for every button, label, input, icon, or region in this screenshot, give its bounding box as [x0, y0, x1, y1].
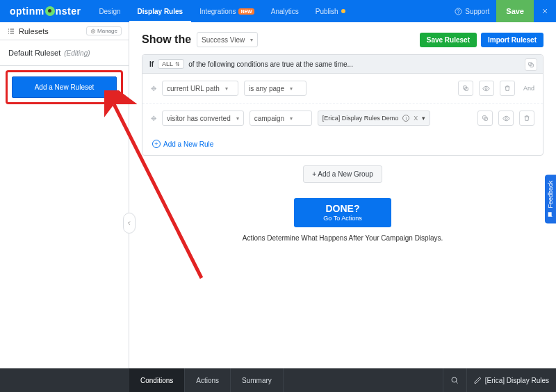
- nav-design[interactable]: Design: [90, 0, 129, 22]
- top-navbar: optinmnster Design Display Rules Integra…: [0, 0, 556, 22]
- plus-circle-icon: +: [152, 140, 161, 148]
- svg-point-1: [458, 13, 459, 13]
- close-icon: [541, 7, 549, 15]
- preview-rule-button[interactable]: [498, 111, 514, 126]
- rule-row: ✥ visitor has converted▾ campaign▾ [Eric…: [142, 103, 543, 133]
- trash-icon: [504, 85, 511, 92]
- done-button[interactable]: DONE? Go To Actions: [294, 198, 391, 227]
- swap-icon: ⇅: [175, 61, 180, 67]
- help-icon: [455, 8, 462, 15]
- conditions-header: If ALL⇅ of the following conditions are …: [142, 55, 543, 74]
- rule-field-dropdown[interactable]: visitor has converted▾: [162, 111, 244, 126]
- manage-rulesets-button[interactable]: Manage: [86, 26, 122, 35]
- svg-point-2: [92, 31, 94, 32]
- chat-icon: [547, 211, 554, 218]
- chevron-down-icon: ▾: [290, 85, 293, 92]
- copy-icon: [482, 115, 489, 122]
- sidebar-title: Rulesets: [7, 27, 49, 35]
- footer-bar: Conditions Actions Summary [Erica] Displ…: [0, 368, 556, 392]
- copy-rule-button[interactable]: [477, 111, 493, 126]
- sidebar-collapse-handle[interactable]: [123, 213, 136, 234]
- delete-rule-button[interactable]: [519, 111, 534, 126]
- add-rule-label: Add a New Rule: [163, 140, 213, 148]
- chevron-down-icon: ▾: [225, 85, 228, 92]
- nav-integrations-label: Integrations: [199, 8, 236, 15]
- main-nav: Design Display Rules Integrations NEW An…: [90, 0, 353, 22]
- chevron-down-icon: ▾: [290, 115, 293, 122]
- campaign-token[interactable]: [Erica] Display Rules Demo i X ▾: [318, 111, 431, 126]
- preview-rule-button[interactable]: [479, 81, 494, 96]
- feedback-label: Feedback: [547, 181, 554, 209]
- done-button-subtitle: Go To Actions: [323, 215, 361, 222]
- copy-rule-button[interactable]: [458, 81, 473, 96]
- feedback-tab[interactable]: Feedback: [545, 175, 556, 224]
- footer-search-button[interactable]: [443, 368, 466, 392]
- search-icon: [450, 376, 459, 384]
- svg-point-10: [505, 117, 507, 120]
- rule-operator-dropdown[interactable]: is any page▾: [244, 81, 306, 96]
- close-button[interactable]: [534, 0, 556, 22]
- remove-token-button[interactable]: X: [414, 115, 418, 122]
- copy-icon: [462, 85, 469, 92]
- nav-integrations[interactable]: Integrations NEW: [191, 0, 263, 22]
- eye-icon: [502, 115, 510, 122]
- footer-tab-summary[interactable]: Summary: [231, 368, 284, 392]
- rulesets-icon: [7, 27, 15, 35]
- chevron-down-icon: ▾: [250, 37, 253, 43]
- footer-campaign-name[interactable]: [Erica] Display Rules: [466, 368, 556, 392]
- delete-rule-button[interactable]: [500, 81, 515, 96]
- chevron-down-icon: ▾: [422, 115, 425, 122]
- view-dropdown[interactable]: Success View ▾: [197, 32, 258, 47]
- nav-analytics[interactable]: Analytics: [263, 0, 307, 22]
- sidebar: Rulesets Manage Default Ruleset (Editing…: [0, 22, 129, 368]
- main-content: Show the Success View ▾ Save Ruleset Imp…: [129, 22, 556, 368]
- drag-handle-icon[interactable]: ✥: [151, 115, 156, 122]
- if-label: If: [149, 60, 154, 68]
- annotation-highlight: Add a New Ruleset: [6, 70, 123, 104]
- footer-tab-actions[interactable]: Actions: [185, 368, 231, 392]
- nav-publish-label: Publish: [316, 8, 338, 15]
- save-ruleset-button[interactable]: Save Ruleset: [420, 33, 477, 47]
- rules-panel: If ALL⇅ of the following conditions are …: [142, 54, 543, 156]
- campaign-token-label: [Erica] Display Rules Demo: [322, 115, 399, 122]
- chevron-left-icon: [126, 220, 132, 227]
- pencil-icon: [474, 377, 482, 384]
- import-ruleset-button[interactable]: Import Ruleset: [481, 33, 543, 47]
- save-button[interactable]: Save: [496, 0, 534, 22]
- trash-icon: [523, 115, 530, 122]
- done-button-title: DONE?: [323, 204, 361, 213]
- brand-logo: optinmnster: [0, 6, 90, 17]
- drag-handle-icon[interactable]: ✥: [151, 85, 156, 92]
- view-dropdown-label: Success View: [202, 36, 245, 44]
- svg-point-11: [452, 377, 457, 382]
- rule-row: ✥ current URL path▾ is any page▾ And: [142, 74, 543, 103]
- match-mode-chip[interactable]: ALL⇅: [158, 59, 184, 69]
- support-link[interactable]: Support: [448, 8, 496, 15]
- sidebar-ruleset-default[interactable]: Default Ruleset (Editing): [0, 40, 129, 66]
- publish-status-dot: [341, 9, 345, 13]
- footer-tab-conditions[interactable]: Conditions: [129, 368, 185, 392]
- new-badge: NEW: [238, 8, 254, 15]
- page-title: Show the: [142, 33, 191, 46]
- and-label: And: [523, 85, 534, 92]
- support-label: Support: [465, 8, 489, 15]
- info-icon[interactable]: i: [402, 115, 409, 122]
- ruleset-editing-label: (Editing): [64, 49, 90, 57]
- rule-field-dropdown[interactable]: current URL path▾: [162, 81, 238, 96]
- add-ruleset-button[interactable]: Add a New Ruleset: [12, 76, 117, 98]
- nav-display-rules[interactable]: Display Rules: [129, 0, 192, 22]
- gear-icon: [90, 28, 96, 34]
- chevron-down-icon: ▾: [236, 115, 239, 122]
- add-rule-link[interactable]: + Add a New Rule: [142, 133, 543, 155]
- actions-caption: Actions Determine What Happens After You…: [142, 234, 543, 242]
- svg-point-7: [486, 88, 488, 90]
- rule-operator-dropdown[interactable]: campaign▾: [250, 111, 312, 126]
- copy-icon: [528, 61, 534, 68]
- copy-group-button[interactable]: [525, 58, 537, 71]
- eye-icon: [482, 85, 490, 92]
- nav-publish[interactable]: Publish: [307, 0, 354, 22]
- add-group-button[interactable]: + Add a New Group: [303, 165, 382, 183]
- ruleset-name: Default Ruleset: [8, 49, 60, 57]
- conditions-header-text: of the following conditions are true at …: [188, 60, 353, 68]
